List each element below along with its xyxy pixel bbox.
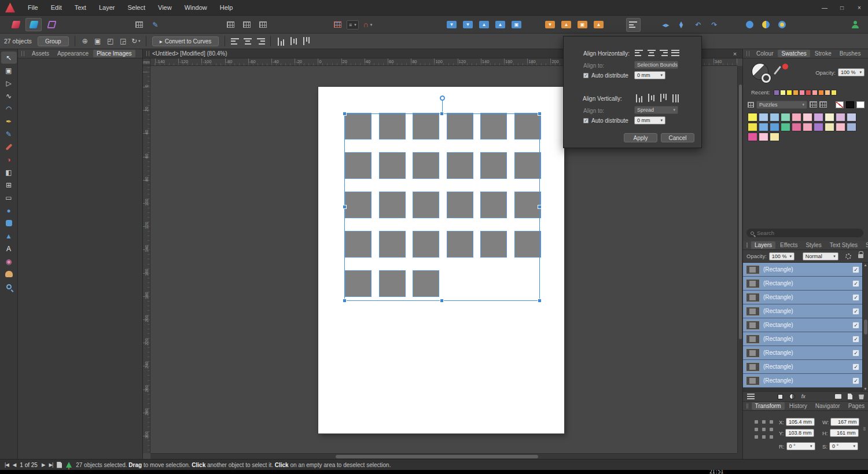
insertion-target-icon[interactable]: ▣	[509, 18, 524, 32]
recent-swatch[interactable]	[786, 90, 792, 95]
artboard-tool[interactable]: ▣	[1, 64, 17, 76]
vector-crop-tool[interactable]: ⊞	[1, 179, 17, 191]
preflight-icon[interactable]	[57, 462, 62, 468]
move-forward-one-icon[interactable]: ▲	[477, 18, 491, 32]
recent-swatch[interactable]	[806, 90, 811, 95]
selected-rectangle[interactable]	[515, 232, 540, 257]
scroll-up-icon[interactable]: ▲	[864, 263, 867, 267]
vertical-ruler[interactable]: 0204060801001201401601802002202402602803…	[143, 66, 150, 453]
panel-drag-handle[interactable]	[746, 403, 748, 409]
tab-stroke[interactable]: Stroke	[811, 50, 835, 57]
group-button[interactable]: Group	[38, 36, 69, 46]
selected-rectangle[interactable]	[447, 113, 473, 139]
document-page[interactable]	[318, 87, 564, 433]
align-v-top-icon[interactable]	[634, 94, 644, 102]
current-colour-dot[interactable]	[782, 64, 788, 69]
distribute-h-icon[interactable]	[671, 49, 681, 57]
cycle-selection-box-icon[interactable]: ▣	[91, 35, 104, 47]
snapping-presets-icon[interactable]	[330, 18, 345, 32]
photo-persona-icon[interactable]	[43, 18, 60, 31]
context-align-right-icon[interactable]	[254, 35, 267, 47]
view-tool[interactable]	[1, 268, 17, 280]
snap-to-grid-icon[interactable]	[240, 18, 254, 32]
convert-to-curves-button[interactable]: ▸Convert to Curves	[152, 36, 219, 46]
panel-drag-handle[interactable]	[746, 51, 749, 56]
palette-swatch[interactable]	[781, 113, 790, 122]
horizontal-scroll-thumb[interactable]	[336, 455, 538, 458]
vertical-scroll-thumb[interactable]	[739, 84, 742, 339]
alignment-options-icon[interactable]	[626, 18, 641, 32]
layer-visibility-checkbox[interactable]: ✓	[852, 294, 859, 301]
black-swatch[interactable]	[846, 101, 854, 108]
document-setup-icon[interactable]	[132, 18, 146, 32]
tab-navigator[interactable]: Navigator	[812, 402, 844, 410]
link-wh-icon[interactable]: ∞	[862, 427, 867, 431]
align-h-center-icon[interactable]	[646, 49, 656, 57]
document-close-icon[interactable]: ×	[731, 50, 739, 57]
close-button[interactable]: ×	[851, 0, 868, 16]
apply-button[interactable]: Apply	[624, 133, 657, 142]
layer-visibility-checkbox[interactable]: ✓	[852, 336, 859, 343]
layer-visibility-checkbox[interactable]: ✓	[852, 322, 859, 329]
snapping-magnet-icon[interactable]: ∩▾	[361, 18, 375, 32]
vector-brush-tool[interactable]	[1, 141, 17, 153]
tab-transform[interactable]: Transform	[752, 402, 785, 410]
search-input[interactable]	[757, 230, 849, 236]
fill-tool[interactable]: ◑	[1, 153, 17, 166]
colour-picker-tool[interactable]: ◉	[1, 255, 17, 267]
selected-rectangle[interactable]	[413, 192, 439, 218]
context-align-left-icon[interactable]	[229, 35, 241, 47]
selected-rectangle[interactable]	[481, 192, 506, 218]
move-to-front-icon[interactable]: ▲	[493, 18, 507, 32]
selected-rectangle[interactable]	[345, 192, 371, 218]
pixel-alignment-dropdown[interactable]: ≡▾	[347, 20, 359, 30]
colour-picker-icon[interactable]	[774, 66, 781, 75]
distribute-h-dropdown[interactable]: 0 mm▾	[634, 71, 665, 79]
palette-swatch[interactable]	[781, 123, 790, 131]
layer-row[interactable]: (Rectangle)✓	[743, 318, 862, 332]
zoom-tool[interactable]	[1, 281, 17, 293]
palette-swatch[interactable]	[759, 113, 768, 122]
add-layer-icon[interactable]	[848, 394, 852, 399]
transform-origin-icon[interactable]: ⊕	[79, 35, 91, 47]
layer-visibility-checkbox[interactable]: ✓	[852, 350, 859, 357]
context-align-top-icon[interactable]	[274, 35, 287, 47]
selected-rectangle[interactable]	[380, 232, 405, 257]
adjustment-icon[interactable]	[789, 394, 795, 399]
tab-effects[interactable]: Effects	[777, 241, 801, 249]
next-page-button[interactable]: ▶	[42, 462, 45, 468]
flip-vertical-icon[interactable]: ◂▸	[675, 18, 689, 32]
r-dropdown[interactable]: 0 °▾	[786, 442, 815, 450]
context-align-center-icon[interactable]	[241, 35, 254, 47]
tab-layers[interactable]: Layers	[751, 241, 775, 249]
contour-tool[interactable]: ∿	[1, 90, 17, 102]
selected-rectangle[interactable]	[345, 271, 371, 296]
palette-swatch[interactable]	[770, 133, 779, 141]
layers-opacity-dropdown[interactable]: 100 %▾	[769, 252, 795, 260]
palette-swatch[interactable]	[748, 133, 757, 141]
selected-rectangle[interactable]	[447, 153, 473, 178]
selected-rectangle[interactable]	[345, 153, 371, 178]
stroke-swatch[interactable]	[762, 74, 771, 83]
move-back-one-icon[interactable]: ▼	[461, 18, 475, 32]
menu-file[interactable]: File	[21, 0, 45, 15]
maximize-button[interactable]: □	[833, 0, 851, 16]
palette-swatch[interactable]	[759, 123, 768, 131]
flip-horizontal-icon[interactable]: ◂▸	[659, 18, 673, 32]
fill-layer-icon[interactable]	[778, 394, 783, 399]
panel-drag-handle[interactable]	[746, 242, 748, 248]
tab-appearance[interactable]: Appearance	[54, 50, 92, 57]
insert-inside-icon[interactable]: ▣	[575, 18, 590, 32]
menu-view[interactable]: View	[152, 0, 178, 15]
move-to-back-icon[interactable]: ▼	[444, 18, 459, 32]
horizontal-scrollbar[interactable]	[150, 453, 737, 459]
panel-drag-handle[interactable]	[21, 51, 24, 56]
selected-rectangle[interactable]	[413, 271, 439, 296]
align-to-vertical-dropdown[interactable]: Spread▾	[634, 106, 678, 114]
auto-distribute-h-checkbox[interactable]: ✓	[583, 73, 589, 78]
previous-page-button[interactable]: ◀	[13, 462, 16, 468]
menu-select[interactable]: Select	[121, 0, 152, 15]
insert-on-page-icon[interactable]: ▲	[591, 18, 606, 32]
account-icon[interactable]	[848, 18, 862, 32]
first-page-button[interactable]: |◀	[5, 462, 9, 468]
